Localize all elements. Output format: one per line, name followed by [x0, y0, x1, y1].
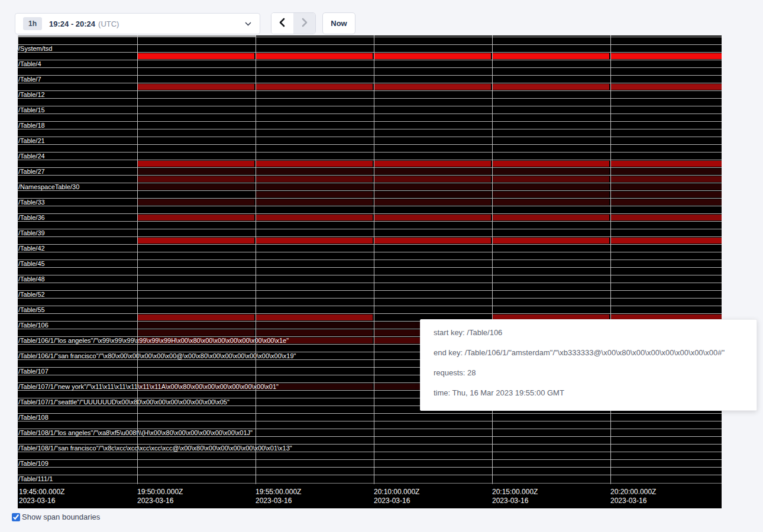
- axis-tick-date: 2023-03-16: [492, 497, 538, 505]
- span-boundaries-control: Show span boundaries: [12, 512, 100, 521]
- row-label: /Table/7: [18, 76, 41, 83]
- gridline-vertical: [256, 35, 256, 484]
- row-label: /Table/4: [18, 60, 41, 67]
- heat-band: [610, 161, 722, 167]
- heatmap-row[interactable]: /Table/33: [18, 198, 722, 206]
- heatmap-row[interactable]: [18, 52, 722, 60]
- heatmap-row[interactable]: /Table/27: [18, 167, 722, 175]
- heatmap-row[interactable]: /Table/15: [18, 106, 722, 113]
- heatmap-row[interactable]: /Table/109: [18, 459, 722, 467]
- heatmap-row[interactable]: /Table/52: [18, 290, 722, 298]
- axis-tick-date: 2023-03-16: [256, 497, 301, 505]
- gridline-vertical: [492, 35, 493, 484]
- heat-band: [610, 192, 722, 197]
- heatmap-row[interactable]: /Table/48: [18, 275, 722, 283]
- heatmap-row[interactable]: [18, 452, 722, 459]
- heat-band: [137, 238, 254, 244]
- prev-time-button[interactable]: [271, 13, 293, 34]
- heatmap-row[interactable]: [18, 129, 722, 137]
- heatmap-row[interactable]: [18, 221, 722, 229]
- axis-tick: 19:50:00.000Z2023-03-16: [137, 488, 183, 505]
- heat-band: [256, 322, 373, 328]
- heatmap-row[interactable]: [18, 83, 722, 90]
- now-button[interactable]: Now: [322, 12, 355, 34]
- heatmap-row[interactable]: /Table/111/1: [18, 475, 722, 482]
- axis-baseline: [18, 483, 722, 484]
- axis-tick-date: 2023-03-16: [374, 497, 419, 505]
- heat-band: [492, 238, 609, 244]
- heat-band: [256, 161, 373, 167]
- axis-tick-time: 20:15:00.000Z: [492, 488, 538, 497]
- heat-band: [137, 84, 254, 90]
- heatmap-row[interactable]: /Table/18: [18, 121, 722, 129]
- row-label: /Table/108: [18, 414, 49, 421]
- heat-band: [137, 199, 254, 205]
- heatmap-row[interactable]: [18, 190, 722, 198]
- heatmap-row[interactable]: /Table/36: [18, 213, 722, 221]
- heatmap-row[interactable]: [18, 421, 722, 429]
- heat-band: [492, 176, 609, 182]
- heat-band: [374, 184, 491, 190]
- heatmap-row[interactable]: [18, 298, 722, 306]
- row-label: /Table/108/1/"san francisco"/"\x8c\xcc\x…: [18, 445, 292, 452]
- heatmap-row[interactable]: [18, 37, 722, 44]
- heatmap-row[interactable]: [18, 436, 722, 444]
- heatmap-row[interactable]: /Table/108/1/"los angeles"/"\xa8\xf5\u00…: [18, 429, 722, 436]
- heat-band: [374, 238, 491, 244]
- axis-tick-time: 19:55:00.000Z: [256, 488, 301, 497]
- heatmap-row[interactable]: /Table/4: [18, 60, 722, 67]
- axis-tick: 19:55:00.000Z2023-03-16: [256, 488, 301, 505]
- axis-tick-time: 20:20:00.000Z: [610, 488, 656, 497]
- row-label: /Table/52: [18, 291, 45, 298]
- heatmap-row[interactable]: [18, 144, 722, 152]
- heat-band: [492, 215, 609, 220]
- heatmap-row[interactable]: [18, 175, 722, 183]
- heat-band: [374, 176, 491, 182]
- heatmap-row[interactable]: /Table/39: [18, 229, 722, 236]
- gridline-vertical: [610, 35, 611, 484]
- heat-band: [492, 192, 609, 197]
- heatmap-row[interactable]: [18, 252, 722, 259]
- time-axis: 19:45:00.000Z2023-03-1619:50:00.000Z2023…: [18, 488, 722, 507]
- heatmap-row[interactable]: [18, 267, 722, 275]
- heatmap-row[interactable]: /Table/108: [18, 413, 722, 421]
- heatmap-rows: /System/tsd/Table/4/Table/7/Table/12/Tab…: [18, 37, 722, 482]
- row-label: /Table/15: [18, 106, 45, 113]
- heatmap-row[interactable]: [18, 113, 722, 121]
- heat-band: [610, 53, 722, 59]
- tooltip-time: time: Thu, 16 Mar 2023 19:55:00 GMT: [434, 389, 756, 397]
- next-time-button[interactable]: [293, 13, 315, 34]
- heatmap-row[interactable]: /System/tsd: [18, 44, 722, 52]
- heatmap-row[interactable]: /Table/55: [18, 306, 722, 313]
- heat-band: [137, 314, 254, 320]
- heatmap-row[interactable]: /Table/45: [18, 259, 722, 267]
- heatmap-row[interactable]: [18, 67, 722, 75]
- key-visualizer-canvas[interactable]: /System/tsd/Table/4/Table/7/Table/12/Tab…: [18, 35, 722, 508]
- heatmap-row[interactable]: [18, 283, 722, 290]
- heatmap-row[interactable]: [18, 206, 722, 213]
- chevron-right-icon: [302, 18, 308, 29]
- row-label: /Table/18: [18, 122, 45, 129]
- heatmap-row[interactable]: /Table/108/1/"san francisco"/"\x8c\xcc\x…: [18, 444, 722, 452]
- time-range-selector[interactable]: 1h 19:24 - 20:24 (UTC): [15, 13, 260, 34]
- heatmap-row[interactable]: /Table/21: [18, 137, 722, 144]
- row-label: /Table/107/1/"seattle"/"UUUUUUD\x00\x80\…: [18, 398, 229, 406]
- heat-band: [256, 84, 373, 90]
- heatmap-row[interactable]: /Table/24: [18, 152, 722, 160]
- heatmap-row[interactable]: /Table/42: [18, 244, 722, 252]
- heatmap-row[interactable]: /Table/12: [18, 90, 722, 98]
- heatmap-row[interactable]: /Table/7: [18, 75, 722, 83]
- heatmap-row[interactable]: [18, 467, 722, 475]
- timezone-label: (UTC): [98, 20, 119, 28]
- show-span-boundaries-checkbox[interactable]: [12, 513, 20, 521]
- heatmap-row[interactable]: [18, 160, 722, 167]
- heatmap-row[interactable]: /NamespaceTable/30: [18, 183, 722, 190]
- heat-band: [256, 238, 373, 244]
- heatmap-row[interactable]: [18, 236, 722, 244]
- row-label: /Table/48: [18, 275, 45, 283]
- row-label: /NamespaceTable/30: [18, 183, 79, 190]
- heatmap-row[interactable]: [18, 98, 722, 106]
- chevron-down-icon: [245, 22, 251, 26]
- heat-band: [492, 168, 609, 174]
- heat-band: [256, 184, 373, 190]
